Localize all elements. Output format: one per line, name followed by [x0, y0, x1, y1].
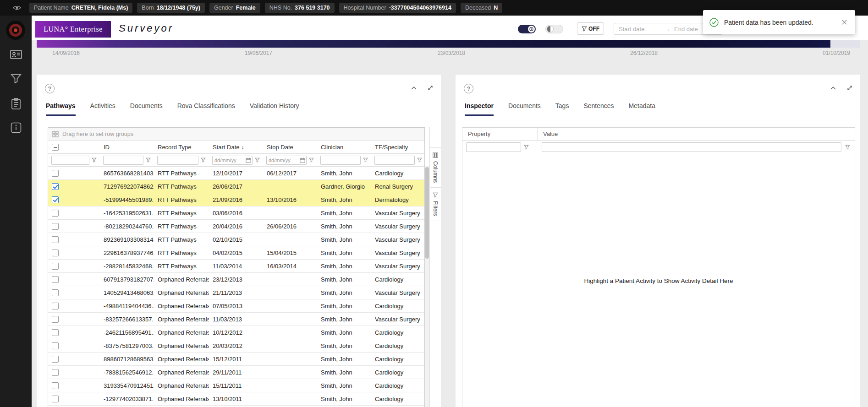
table-row[interactable]: -83257266613357... Orphaned Referrals 11…: [48, 313, 424, 326]
table-row[interactable]: -49884119404436... Orphaned Referrals 07…: [48, 299, 424, 313]
row-checkbox[interactable]: [52, 183, 59, 190]
filter-input-id[interactable]: [103, 156, 143, 165]
table-row[interactable]: 865763668281403... RTT Pathways 12/10/20…: [48, 167, 424, 180]
column-header-stop-date[interactable]: Stop Date: [263, 141, 317, 153]
row-checkbox[interactable]: [52, 396, 59, 402]
tab[interactable]: Tags: [555, 102, 569, 116]
filter-input-record-type[interactable]: [157, 156, 198, 165]
table-row[interactable]: 319335470912451... Orphaned Referrals 15…: [48, 379, 424, 392]
column-header-record-type[interactable]: Record Type: [154, 141, 209, 153]
cell-specialty: Cardiology: [371, 170, 425, 177]
start-date-input[interactable]: [619, 26, 661, 33]
calendar-icon[interactable]: [300, 157, 305, 163]
table-row[interactable]: 712976922074862... RTT Pathways 26/06/20…: [48, 180, 424, 193]
row-checkbox[interactable]: [52, 303, 59, 309]
eye-icon[interactable]: [13, 5, 21, 11]
table-row[interactable]: -80218290244760... RTT Pathways 20/04/20…: [48, 220, 424, 233]
side-tab-columns[interactable]: Columns: [430, 147, 441, 188]
collapse-panel-icon[interactable]: [408, 82, 420, 94]
row-group-drop-zone[interactable]: Drag here to set row groups: [48, 128, 424, 141]
table-row[interactable]: -16425319502631... RTT Pathways 03/06/20…: [48, 206, 424, 220]
patient-chip: Deceased N: [461, 3, 502, 13]
filter-input-property[interactable]: [466, 142, 521, 152]
patient-card-icon[interactable]: [0, 49, 32, 60]
row-checkbox[interactable]: [52, 316, 59, 323]
table-row[interactable]: 898607128689563... Orphaned Referrals 15…: [48, 353, 424, 366]
row-checkbox[interactable]: [52, 356, 59, 363]
funnel-icon[interactable]: [146, 157, 151, 163]
row-checkbox[interactable]: [52, 210, 59, 217]
tab[interactable]: Sentences: [583, 102, 614, 116]
expand-panel-icon[interactable]: [844, 82, 856, 94]
global-filter-button[interactable]: OFF: [577, 22, 604, 35]
filter-input-value[interactable]: [542, 142, 841, 152]
funnel-icon[interactable]: [92, 157, 97, 163]
row-checkbox[interactable]: [52, 263, 59, 270]
table-row[interactable]: -28828145832468... RTT Pathways 11/03/20…: [48, 260, 424, 273]
row-checkbox[interactable]: [52, 236, 59, 243]
tab[interactable]: Metadata: [629, 102, 655, 116]
column-header-clinician[interactable]: Clinician: [317, 141, 371, 153]
table-row[interactable]: -78381562546912... Orphaned Referrals 29…: [48, 366, 424, 379]
column-header-property[interactable]: Property: [462, 128, 537, 140]
column-header-value[interactable]: Value: [537, 128, 855, 140]
tab[interactable]: Pathways: [46, 102, 76, 116]
funnel-icon[interactable]: [309, 157, 314, 163]
cell-stop-date: 26/06/2016: [263, 223, 317, 230]
table-row[interactable]: -24621156895491... Orphaned Referrals 10…: [48, 326, 424, 339]
column-header-specialty[interactable]: TF/Specialty: [371, 141, 425, 153]
table-row[interactable]: 607913793182707... Orphaned Referrals 23…: [48, 273, 424, 286]
row-checkbox[interactable]: [52, 250, 59, 256]
expand-panel-icon[interactable]: [424, 82, 436, 94]
tab[interactable]: Rova Classifications: [177, 102, 235, 116]
cell-record-type: RTT Pathways: [154, 196, 209, 203]
tab[interactable]: Validation History: [250, 102, 299, 116]
row-checkbox[interactable]: [52, 289, 59, 296]
column-header-start-date[interactable]: Start Date↓: [209, 141, 263, 153]
table-row[interactable]: 140529413468063... Orphaned Referrals 21…: [48, 286, 424, 299]
column-header-id[interactable]: ID: [100, 141, 154, 153]
tab[interactable]: Activities: [90, 102, 115, 116]
side-tab-filters[interactable]: Filters: [430, 188, 441, 221]
table-row[interactable]: -83757581297003... Orphaned Referrals 20…: [48, 339, 424, 353]
filter-icon[interactable]: [0, 74, 32, 84]
clipboard-icon[interactable]: [0, 98, 32, 110]
help-icon[interactable]: [464, 84, 473, 93]
calendar-icon[interactable]: [246, 157, 251, 163]
vertical-scrollbar[interactable]: [425, 166, 429, 407]
funnel-icon[interactable]: [845, 145, 850, 150]
filter-input-clinician[interactable]: [320, 156, 361, 165]
info-icon[interactable]: [0, 122, 32, 133]
select-all-checkbox[interactable]: [52, 144, 59, 151]
filter-input-specialty[interactable]: [374, 156, 415, 165]
row-checkbox[interactable]: [52, 223, 59, 230]
funnel-icon[interactable]: [524, 145, 529, 150]
funnel-icon[interactable]: [417, 157, 422, 163]
table-row[interactable]: 229616378937746... RTT Pathways 04/02/20…: [48, 246, 424, 260]
close-icon[interactable]: [840, 18, 849, 27]
table-row[interactable]: -51999445501989... RTT Pathways 21/09/20…: [48, 193, 424, 206]
table-row[interactable]: 892369103308314... RTT Pathways 02/10/20…: [48, 233, 424, 246]
row-checkbox[interactable]: [52, 276, 59, 283]
tab[interactable]: Inspector: [465, 102, 494, 116]
row-checkbox[interactable]: [52, 342, 59, 349]
visibility-toggle[interactable]: [518, 25, 536, 33]
help-icon[interactable]: [45, 84, 55, 93]
filter-input-select[interactable]: [51, 156, 89, 165]
tab[interactable]: Documents: [130, 102, 163, 116]
row-checkbox[interactable]: [52, 196, 59, 203]
tab[interactable]: Documents: [508, 102, 541, 116]
collapse-panel-icon[interactable]: [827, 82, 839, 94]
funnel-icon: [582, 26, 587, 32]
table-row[interactable]: -12977402033871... Orphaned Referrals 13…: [48, 392, 424, 406]
scrollbar-thumb[interactable]: [425, 167, 429, 259]
cell-id: -83257266613357...: [100, 316, 154, 323]
funnel-icon[interactable]: [363, 157, 368, 163]
row-checkbox[interactable]: [52, 382, 59, 389]
funnel-icon[interactable]: [201, 157, 206, 163]
row-checkbox[interactable]: [52, 170, 59, 177]
funnel-icon[interactable]: [255, 157, 260, 163]
row-checkbox[interactable]: [52, 369, 59, 376]
contrast-toggle[interactable]: [545, 25, 563, 33]
row-checkbox[interactable]: [52, 329, 59, 336]
